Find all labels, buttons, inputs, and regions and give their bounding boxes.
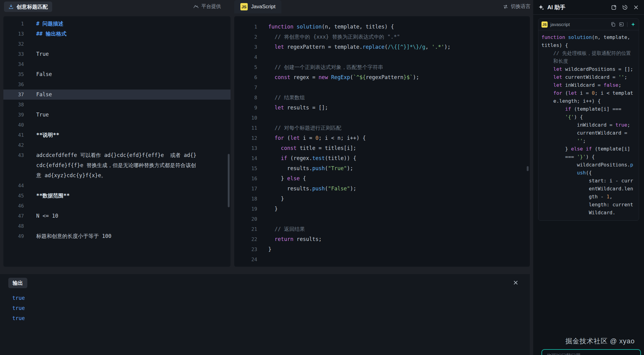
line-number: 44 [3,181,24,191]
problem-download-icon [8,4,14,10]
code-text: // 对每个标题进行正则匹配 [268,123,341,133]
code-line[interactable]: 38 [3,100,231,110]
line-number: 43 [3,150,24,160]
workspace: 创意标题匹配 平台提供 JS JavaScript 切换语言 1# 问题描述13… [0,0,644,355]
line-number [3,160,24,170]
history-icon[interactable] [622,4,628,10]
line-number: 39 [3,110,24,120]
description-scrollbar-thumb[interactable] [228,154,230,207]
code-line[interactable]: 11 // 对每个标题进行正则匹配 [234,123,530,133]
code-line[interactable]: 21 // 返回结果 [234,224,530,234]
code-line[interactable]: 39True [3,110,231,120]
code-line[interactable]: 14 if (regex.test(title)) { [234,153,530,163]
code-line[interactable]: 46 [3,201,231,211]
ai-code-lang-label: javascript [550,22,570,27]
code-line[interactable]: 25function main() { [234,265,530,267]
code-line[interactable]: 8 // 结果数组 [234,93,530,103]
code-line[interactable]: cdc{efdfe}f{f}e 替换生成，但是无论哪种替换方式都是符合该创 [3,160,231,170]
code-text: True [36,110,49,120]
code-line[interactable]: 22 return results; [234,234,530,244]
code-line[interactable]: 43adcdcefdfeffe 可以看作 ad{}cdc{efd}f{eff}e… [3,150,231,160]
code-line[interactable]: 10 [234,113,530,123]
code-line[interactable]: 19 } [234,204,530,214]
ai-chat-input[interactable] [541,349,641,355]
tab-javascript[interactable]: JS JavaScript [234,0,281,13]
code-line[interactable]: 9 let results = []; [234,103,530,113]
code-line[interactable]: 5 // 创建一个正则表达式对象，匹配整个字符串 [234,62,530,72]
code-text: } [268,244,271,254]
code-line[interactable]: 44 [3,181,231,191]
code-text: let results = []; [268,103,328,113]
code-line[interactable]: 18 } [234,194,530,204]
code-line[interactable]: 33True [3,49,231,59]
editor-scrollbar-thumb[interactable] [527,166,529,171]
line-number: 4 [234,52,257,62]
ai-apply-sparkle-icon[interactable] [630,22,636,27]
code-text: // 创建一个正则表达式对象，匹配整个字符串 [268,62,383,72]
code-line[interactable]: 2 // 将创意中的 {xxx} 替换为正则表达式中的 ".*" [234,32,530,42]
new-chat-icon[interactable] [611,4,617,10]
code-line[interactable]: 35False [3,69,231,79]
code-line[interactable]: 17 results.push("False"); [234,184,530,194]
code-line[interactable]: 34 [3,59,231,69]
line-number: 45 [3,191,24,201]
code-text: **说明** [36,130,59,140]
code-text: const regex = new RegExp(`^${regexPatter… [268,72,419,82]
code-line[interactable]: 36 [3,79,231,90]
output-line: true [12,293,25,303]
code-text: } else { [268,174,306,184]
line-number: 10 [234,113,257,123]
code-line[interactable]: 13 const title = titles[i]; [234,143,530,153]
code-line[interactable]: 41**说明** [3,130,231,140]
code-line[interactable]: 42 [3,140,231,150]
line-number: 35 [3,69,24,79]
problem-description-panel[interactable]: 1# 问题描述13## 输出格式3233True3435False3637Fal… [3,16,231,267]
code-line[interactable]: 16 } else { [234,174,530,184]
code-text: // 将创意中的 {xxx} 替换为正则表达式中的 ".*" [268,32,400,42]
code-line[interactable]: 24 [234,254,530,265]
code-text: // 返回结果 [268,224,305,234]
problem-title-chip[interactable]: 创意标题匹配 [4,2,52,12]
code-line[interactable]: 意 ad{xyz}cdc{y}f{x}e。 [3,170,231,181]
code-line[interactable]: 15 results.push("True"); [234,163,530,174]
code-line[interactable]: 48 [3,221,231,231]
code-text: function main() { [268,265,322,267]
copy-icon[interactable] [611,22,616,27]
code-line[interactable]: 49标题和创意的长度小于等于 100 [3,231,231,241]
line-number: 34 [3,59,24,69]
code-line[interactable]: 45**数据范围** [3,191,231,201]
code-text: function solution(n, template, titles) { [268,22,394,32]
code-line[interactable]: 1function solution(n, template, titles) … [234,22,530,32]
code-line[interactable]: 4 [234,52,530,62]
code-text: return results; [268,234,322,244]
ai-code-block-header: JS javascript [538,19,639,30]
code-line[interactable]: 7 [234,82,530,93]
ai-close-icon[interactable] [633,4,639,10]
platform-icon [193,4,199,10]
code-line[interactable]: 40 [3,120,231,130]
code-line[interactable]: 12 for (let i = 0; i < n; i++) { [234,133,530,143]
insert-code-icon[interactable] [619,22,624,27]
code-text: 标题和创意的长度小于等于 100 [36,231,111,241]
code-line[interactable]: 23} [234,244,530,254]
code-editor-lines: 1function solution(n, template, titles) … [234,22,530,267]
code-line[interactable]: 6 const regex = new RegExp(`^${regexPatt… [234,72,530,82]
code-text: False [36,90,52,100]
code-line[interactable]: 37False [3,90,231,100]
code-line[interactable]: 47N <= 10 [3,211,231,221]
code-line[interactable]: 1# 问题描述 [3,19,231,29]
output-close-icon[interactable] [513,280,519,286]
code-line[interactable]: 13## 输出格式 [3,29,231,39]
code-text: let regexPattern = template.replace(/\{[… [268,42,451,52]
code-line[interactable]: 32 [3,39,231,49]
code-editor-panel[interactable]: 1function solution(n, template, titles) … [234,16,530,267]
code-line[interactable]: 3 let regexPattern = template.replace(/\… [234,42,530,52]
javascript-icon: JS [541,21,548,28]
line-number: 11 [234,123,257,133]
switch-language-button[interactable]: 切换语言 [503,3,530,10]
ai-code-line: for (let i = 0; i < template.length; i++… [541,89,636,105]
code-line[interactable]: 20 [234,214,530,224]
output-tab[interactable]: 输出 [8,278,27,288]
ai-panel-title: AI 助手 [547,4,565,11]
line-number: 36 [3,79,24,90]
